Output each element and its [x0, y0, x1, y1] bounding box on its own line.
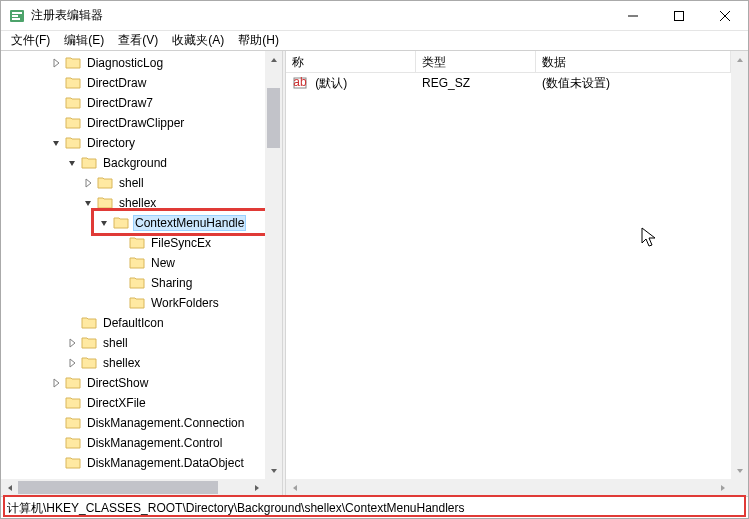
- tree-row[interactable]: WorkFolders: [1, 293, 265, 313]
- scroll-left-icon[interactable]: [1, 479, 18, 496]
- content-area: DiagnosticLogDirectDrawDirectDraw7Direct…: [1, 51, 748, 496]
- scroll-left-icon[interactable]: [286, 479, 303, 496]
- maximize-button[interactable]: [656, 1, 702, 31]
- scrollbar-corner: [265, 479, 282, 496]
- tree-label: DirectXFile: [85, 395, 148, 411]
- folder-icon: [129, 256, 145, 270]
- tree-row[interactable]: DiskManagement.Control: [1, 433, 265, 453]
- folder-icon: [65, 136, 81, 150]
- list-scrollbar-vertical[interactable]: [731, 51, 748, 479]
- expander-placeholder: [113, 236, 127, 250]
- list-header: 称 类型 数据: [286, 51, 731, 73]
- tree-label: shellex: [101, 355, 142, 371]
- tree-row[interactable]: DiagnosticLog: [1, 53, 265, 73]
- scroll-thumb-horizontal[interactable]: [18, 481, 218, 494]
- chevron-down-icon[interactable]: [97, 216, 111, 230]
- menu-edit[interactable]: 编辑(E): [58, 30, 110, 51]
- scroll-up-icon[interactable]: [731, 51, 748, 68]
- tree-row[interactable]: FileSyncEx: [1, 233, 265, 253]
- tree-label: DiskManagement.Connection: [85, 415, 246, 431]
- tree-row[interactable]: DefaultIcon: [1, 313, 265, 333]
- tree-row[interactable]: DirectDraw: [1, 73, 265, 93]
- tree-row[interactable]: DirectDraw7: [1, 93, 265, 113]
- svg-marker-14: [737, 58, 743, 62]
- tree-row[interactable]: DirectDrawClipper: [1, 113, 265, 133]
- menu-file[interactable]: 文件(F): [5, 30, 56, 51]
- menu-favorites[interactable]: 收藏夹(A): [166, 30, 230, 51]
- chevron-down-icon[interactable]: [65, 156, 79, 170]
- folder-icon: [129, 236, 145, 250]
- folder-icon: [81, 316, 97, 330]
- tree-scrollbar-vertical[interactable]: [265, 51, 282, 479]
- tree-row[interactable]: DirectXFile: [1, 393, 265, 413]
- tree-row[interactable]: Sharing: [1, 273, 265, 293]
- svg-rect-3: [12, 18, 20, 20]
- expander-placeholder: [113, 256, 127, 270]
- chevron-right-icon[interactable]: [65, 336, 79, 350]
- svg-marker-11: [255, 485, 259, 491]
- scroll-thumb-vertical[interactable]: [267, 88, 280, 148]
- tree-row[interactable]: DiskManagement.DataObject: [1, 453, 265, 473]
- tree-row[interactable]: DirectShow: [1, 373, 265, 393]
- tree-row[interactable]: shellex: [1, 353, 265, 373]
- scroll-down-icon[interactable]: [265, 462, 282, 479]
- tree-label: DefaultIcon: [101, 315, 166, 331]
- chevron-right-icon[interactable]: [49, 56, 63, 70]
- window-title: 注册表编辑器: [31, 7, 610, 24]
- scroll-right-icon[interactable]: [248, 479, 265, 496]
- tree-label: ContextMenuHandle: [133, 215, 246, 231]
- minimize-button[interactable]: [610, 1, 656, 31]
- column-data[interactable]: 数据: [536, 51, 731, 72]
- scroll-right-icon[interactable]: [714, 479, 731, 496]
- tree-row[interactable]: Directory: [1, 133, 265, 153]
- svg-marker-8: [271, 58, 277, 62]
- tree-row[interactable]: shell: [1, 333, 265, 353]
- tree-row[interactable]: shellex: [1, 193, 265, 213]
- tree-label: DirectDraw7: [85, 95, 155, 111]
- svg-marker-16: [293, 485, 297, 491]
- expander-placeholder: [49, 436, 63, 450]
- svg-marker-10: [8, 485, 12, 491]
- tree-label: Directory: [85, 135, 137, 151]
- tree-label: DiagnosticLog: [85, 55, 165, 71]
- value-data: (数值未设置): [536, 75, 731, 92]
- tree-label: shellex: [117, 195, 158, 211]
- tree-label: DiskManagement.DataObject: [85, 455, 246, 471]
- menu-help[interactable]: 帮助(H): [232, 30, 285, 51]
- scroll-up-icon[interactable]: [265, 51, 282, 68]
- tree-row[interactable]: shell: [1, 173, 265, 193]
- chevron-down-icon[interactable]: [81, 196, 95, 210]
- column-name[interactable]: 称: [286, 51, 416, 72]
- svg-rect-2: [12, 15, 18, 17]
- chevron-down-icon[interactable]: [49, 136, 63, 150]
- tree-label: shell: [101, 335, 130, 351]
- expander-placeholder: [113, 276, 127, 290]
- menu-view[interactable]: 查看(V): [112, 30, 164, 51]
- list-row[interactable]: ab (默认) REG_SZ (数值未设置): [286, 73, 731, 93]
- tree-label: Sharing: [149, 275, 194, 291]
- folder-icon: [65, 76, 81, 90]
- folder-icon: [129, 276, 145, 290]
- chevron-right-icon[interactable]: [81, 176, 95, 190]
- close-button[interactable]: [702, 1, 748, 31]
- tree-row[interactable]: New: [1, 253, 265, 273]
- tree-scrollbar-horizontal[interactable]: [1, 479, 265, 496]
- tree-label: Background: [101, 155, 169, 171]
- chevron-right-icon[interactable]: [65, 356, 79, 370]
- tree-row[interactable]: DiskManagement.Connection: [1, 413, 265, 433]
- folder-icon: [65, 56, 81, 70]
- folder-icon: [97, 196, 113, 210]
- value-type: REG_SZ: [416, 76, 536, 90]
- folder-icon: [65, 116, 81, 130]
- chevron-right-icon[interactable]: [49, 376, 63, 390]
- column-type[interactable]: 类型: [416, 51, 536, 72]
- expander-placeholder: [49, 396, 63, 410]
- scrollbar-corner: [731, 479, 748, 496]
- tree-label: DiskManagement.Control: [85, 435, 224, 451]
- list-scrollbar-horizontal[interactable]: [286, 479, 731, 496]
- tree-label: WorkFolders: [149, 295, 221, 311]
- folder-icon: [113, 216, 129, 230]
- tree-row[interactable]: ContextMenuHandle: [1, 213, 265, 233]
- scroll-down-icon[interactable]: [731, 462, 748, 479]
- tree-row[interactable]: Background: [1, 153, 265, 173]
